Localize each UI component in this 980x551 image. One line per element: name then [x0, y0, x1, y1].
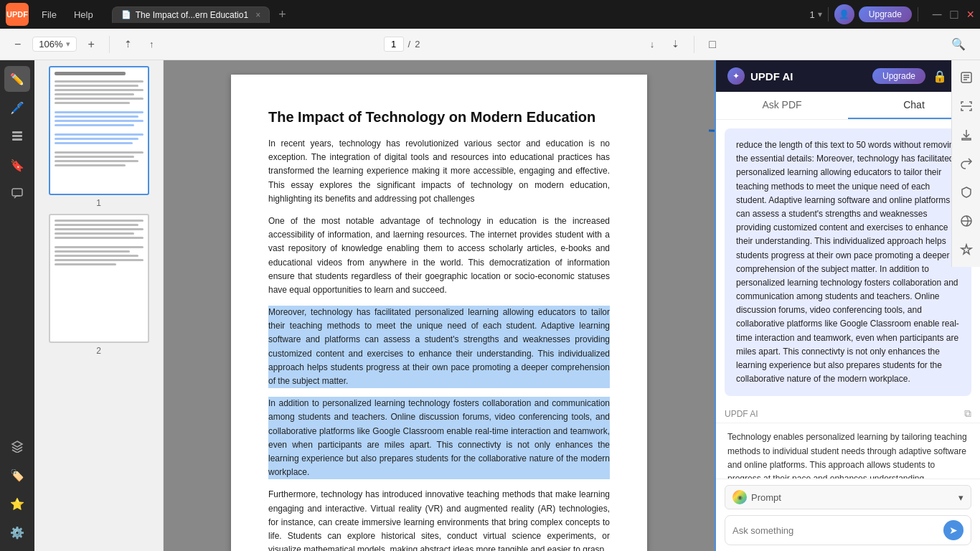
- zoom-value: 106%: [39, 39, 62, 50]
- right-icon-share[interactable]: [955, 152, 978, 175]
- sidebar-icon-layers[interactable]: [4, 433, 30, 459]
- zoom-out-btn[interactable]: −: [9, 35, 27, 54]
- ai-lock-icon[interactable]: 🔒: [933, 70, 947, 83]
- minimize-btn[interactable]: ─: [933, 7, 942, 22]
- sidebar-icon-star[interactable]: ⭐: [4, 491, 30, 517]
- thumb-line: [55, 93, 135, 95]
- search-btn[interactable]: 🔍: [946, 34, 971, 54]
- ai-panel-title: UPDF AI: [750, 70, 793, 83]
- thumbnail-page-1[interactable]: 1: [40, 66, 157, 208]
- tab-close-btn[interactable]: ×: [255, 10, 260, 20]
- pdf-para-1: In recent years, technology has revoluti…: [268, 137, 610, 206]
- zoom-control[interactable]: 106% ▾: [32, 37, 76, 52]
- thumb-line: [55, 237, 143, 239]
- main-content: ✏️ 🖊️ 🔖 🏷️ ⭐ ⚙️: [0, 60, 980, 551]
- page-first-btn[interactable]: ⇡: [118, 36, 138, 52]
- ai-label-text: UPDF AI: [725, 409, 758, 419]
- thumb-line: [55, 85, 139, 87]
- tab-label: The Impact of...ern Educatio1: [136, 10, 248, 20]
- ai-prompt-section: ◉ Prompt ▾ ➤: [716, 479, 980, 551]
- sidebar-icon-annotate[interactable]: 🖊️: [4, 95, 30, 121]
- close-btn[interactable]: ×: [966, 7, 974, 22]
- page-sep: /: [408, 39, 411, 50]
- thumb-line: [55, 80, 143, 83]
- tab-ask-pdf[interactable]: Ask PDF: [716, 92, 848, 119]
- tab-bar: 📄 The Impact of...ern Educatio1 × +: [112, 6, 292, 23]
- thumb-line: [55, 250, 130, 253]
- page-prev-btn[interactable]: ↑: [143, 36, 160, 52]
- thumbnail-page-2[interactable]: 2: [40, 214, 157, 356]
- maximize-btn[interactable]: □: [951, 7, 958, 22]
- toolbar: − 106% ▾ + ⇡ ↑ / 2 ↓ ⇣ □ 🔍: [0, 29, 980, 60]
- thumb-highlight-line: [55, 142, 133, 144]
- menu-file[interactable]: File: [34, 6, 64, 23]
- page-total: 2: [415, 39, 420, 50]
- ai-response-bubble: reduce the length of this text to 50 wor…: [725, 128, 971, 396]
- menu-help[interactable]: Help: [67, 6, 100, 23]
- active-tab[interactable]: 📄 The Impact of...ern Educatio1 ×: [112, 6, 270, 23]
- page-last-btn[interactable]: ⇣: [666, 36, 685, 52]
- thumb-spacer: [55, 241, 143, 244]
- thumb-line: [55, 263, 117, 265]
- thumb-highlight-line: [55, 111, 143, 113]
- pdf-page: The Impact of Technology on Modern Educa…: [231, 75, 647, 551]
- sidebar-icon-edit[interactable]: ✏️: [4, 66, 30, 92]
- right-icon-translate[interactable]: [955, 209, 978, 232]
- left-sidebar: ✏️ 🖊️ 🔖 🏷️ ⭐ ⚙️: [0, 60, 34, 551]
- ai-prompt-select[interactable]: ◉ Prompt ▾: [725, 485, 971, 509]
- sidebar-icon-bookmark[interactable]: 🔖: [4, 152, 30, 178]
- upgrade-button-titlebar[interactable]: Upgrade: [859, 6, 912, 22]
- thumb-page-num-2: 2: [96, 346, 101, 356]
- thumb-line: [55, 255, 139, 257]
- present-btn[interactable]: □: [703, 35, 722, 54]
- window-controls: ─ □ ×: [933, 7, 974, 22]
- title-menu: File Help: [34, 6, 100, 23]
- title-bar-right: 1 ▾ 👤 Upgrade ─ □ ×: [810, 4, 974, 24]
- ai-answer-block: Technology enables personalized learning…: [716, 423, 980, 479]
- ai-input-row: ➤: [725, 515, 971, 545]
- thumbnail-panel: 1 2: [34, 60, 164, 551]
- page-next-btn[interactable]: ↓: [644, 36, 661, 52]
- sidebar-icon-pages[interactable]: [4, 123, 30, 149]
- title-bar-left: UPDF File Help 📄 The Impact of...ern Edu…: [6, 3, 292, 26]
- thumb-line: [55, 160, 139, 162]
- ai-chat-input[interactable]: [732, 525, 938, 536]
- thumb-line: [55, 232, 135, 235]
- toolbar-sep-1: [109, 36, 110, 53]
- thumb-spacer: [55, 128, 143, 131]
- ai-label-row: UPDF AI ⧉: [716, 405, 980, 423]
- pdf-viewer: The Impact of Technology on Modern Educa…: [164, 60, 715, 551]
- user-avatar[interactable]: 👤: [834, 4, 854, 24]
- right-icon-scan[interactable]: [955, 95, 978, 118]
- thumbnail-img-1: [49, 66, 149, 195]
- page-input[interactable]: [384, 37, 404, 52]
- prompt-label: Prompt: [751, 492, 781, 503]
- right-icon-ocr[interactable]: [955, 66, 978, 89]
- toolbar-right: 🔍: [946, 34, 971, 54]
- tab-pdf-icon: 📄: [121, 10, 131, 19]
- pdf-para-5: Furthermore, technology has introduced i…: [268, 488, 610, 551]
- new-tab-btn[interactable]: +: [273, 7, 292, 22]
- updf-logo: UPDF: [6, 3, 29, 26]
- thumb-highlight-line: [55, 124, 135, 126]
- ai-copy-icon[interactable]: ⧉: [964, 408, 971, 420]
- thumb-lines-1: [55, 72, 143, 166]
- right-sidebar: [951, 60, 980, 267]
- thumb-line: [55, 224, 139, 226]
- prompt-dots-icon: ◉: [732, 490, 747, 504]
- thumb-title-line: [55, 72, 126, 75]
- right-icon-extract[interactable]: [955, 123, 978, 146]
- sidebar-icon-comment[interactable]: [4, 181, 30, 207]
- sidebar-icon-tag[interactable]: 🏷️: [4, 462, 30, 488]
- thumb-line: [55, 151, 143, 154]
- thumb-line: [55, 102, 130, 104]
- ai-upgrade-btn[interactable]: Upgrade: [872, 68, 925, 84]
- ai-send-btn[interactable]: ➤: [943, 520, 963, 540]
- ai-tabs: Ask PDF Chat: [716, 92, 980, 120]
- zoom-in-btn[interactable]: +: [83, 35, 100, 54]
- pdf-para-4-highlighted: In addition to personalized learning tec…: [268, 397, 610, 479]
- thumb-line: [55, 89, 143, 91]
- right-icon-protect[interactable]: [955, 181, 978, 204]
- sidebar-icon-settings[interactable]: ⚙️: [4, 519, 30, 545]
- right-icon-ai[interactable]: [955, 238, 978, 261]
